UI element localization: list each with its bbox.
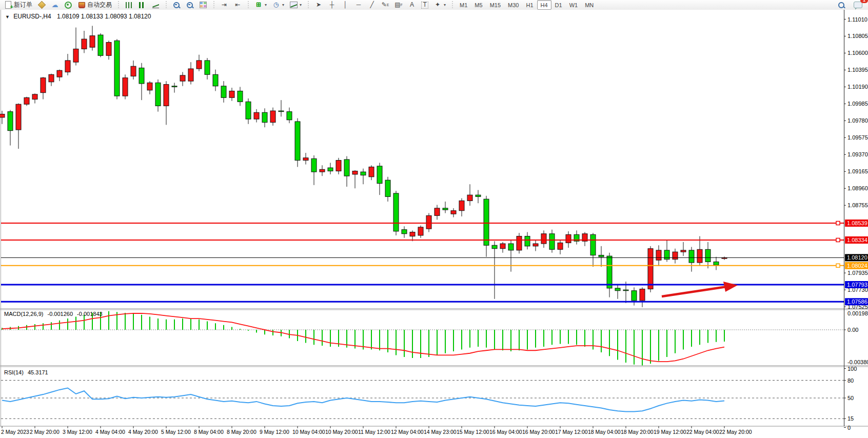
bull-candle — [369, 167, 374, 176]
market-watch-button[interactable]: ☁ — [48, 0, 62, 10]
time-tick-label: 16 May 04:00 — [489, 429, 522, 435]
toolbar-separator — [165, 1, 167, 9]
bull-candle — [16, 104, 21, 130]
bull-candle — [467, 195, 472, 201]
rsi-axis-label: 100 — [847, 366, 857, 372]
search-button[interactable] — [835, 0, 848, 10]
candlestick-chart-button[interactable] — [135, 0, 149, 10]
timeframe-button-m15[interactable]: M15 — [486, 0, 504, 10]
timeframe-button-m30[interactable]: M30 — [504, 0, 522, 10]
bull-candle — [558, 243, 563, 249]
auto-scroll-icon: ⇥ — [220, 1, 228, 9]
text-tool-button[interactable]: A — [405, 0, 419, 10]
bull-candle — [533, 244, 538, 246]
time-tick-label: 3 May 12:00 — [63, 429, 92, 435]
bull-candle — [270, 111, 275, 123]
search-icon — [837, 1, 845, 9]
bull-candle — [517, 236, 522, 250]
price-tick-label: 1.09575 — [847, 134, 868, 141]
navigator-button[interactable] — [62, 0, 75, 10]
bull-candle — [697, 249, 702, 263]
bear-candle — [623, 290, 628, 291]
fibonacci-tool-button[interactable]: ▤F — [392, 0, 405, 10]
bear-candle — [599, 255, 604, 257]
chart-shift-button[interactable]: ⇤ — [231, 0, 244, 10]
zoom-out-button[interactable] — [183, 0, 196, 10]
bar-chart-button[interactable] — [122, 0, 135, 10]
bear-candle — [632, 291, 637, 301]
equidistant-channel-tool-button[interactable]: ✎E — [379, 0, 392, 10]
main-toolbar: 新订单 ☁ 自动交易 — [0, 0, 868, 10]
bear-candle — [705, 249, 711, 262]
timeframe-button-d1[interactable]: D1 — [551, 0, 566, 10]
time-tick-label: 8 May 20:00 — [227, 429, 257, 435]
bear-candle — [590, 234, 596, 255]
bear-candle — [484, 199, 489, 245]
bear-candle — [139, 68, 144, 84]
bull-candle — [123, 78, 128, 96]
trading-platform-window: 新订单 ☁ 自动交易 — [0, 0, 868, 438]
price-tick-label: 1.10805 — [847, 33, 868, 39]
hline-handle[interactable] — [836, 222, 840, 225]
timeframe-button-h4[interactable]: H4 — [537, 0, 551, 10]
line-chart-button[interactable] — [149, 0, 162, 10]
zoom-in-button[interactable] — [170, 0, 183, 10]
text-label-icon: T — [421, 2, 428, 9]
bull-candle — [106, 43, 111, 56]
new-order-button[interactable]: 新订单 — [2, 0, 35, 10]
bull-candle — [164, 85, 169, 106]
time-tick-label: 2 May 20:00 — [30, 429, 60, 435]
bear-candle — [393, 193, 399, 231]
time-tick-label: 16 May 20:00 — [522, 429, 555, 435]
bear-candle — [549, 234, 555, 250]
timeframe-button-h1[interactable]: H1 — [522, 0, 537, 10]
cursor-tool-button[interactable]: ➤ — [312, 0, 325, 10]
bear-candle — [476, 195, 481, 196]
price-tick-label: 1.09780 — [847, 117, 868, 124]
bull-candle — [648, 249, 653, 289]
vertical-line-icon: │ — [341, 1, 349, 9]
price-tick-label: 1.11010 — [847, 16, 867, 23]
arrows-tool-button[interactable]: ✦▾ — [431, 0, 448, 10]
time-tick-label: 12 May 04:00 — [391, 429, 424, 435]
indicator-add-button[interactable]: ⊞▾ — [252, 0, 269, 10]
bear-candle — [246, 102, 251, 119]
macd-axis-max: 0.001982 — [847, 310, 868, 316]
crosshair-tool-button[interactable]: ┼ — [325, 0, 339, 10]
bear-candle — [213, 74, 218, 86]
hline-handle[interactable] — [836, 264, 840, 267]
hline-handle[interactable] — [836, 238, 840, 242]
timeframe-button-m5[interactable]: M5 — [471, 0, 486, 10]
bull-candle — [656, 250, 661, 260]
bear-candle — [385, 180, 390, 196]
autotrading-button[interactable]: 自动交易 — [75, 0, 114, 10]
timeframe-button-w1[interactable]: W1 — [566, 0, 582, 10]
bear-candle — [664, 250, 669, 260]
template-button[interactable]: ▾ — [287, 0, 304, 10]
timeframe-button-mn[interactable]: MN — [581, 0, 597, 10]
trendline-tool-button[interactable]: ╱ — [365, 0, 379, 10]
bull-candle — [196, 61, 202, 69]
bear-candle — [525, 236, 530, 246]
rsi-axis-label: 80 — [847, 377, 854, 384]
rsi-axis-label: 0 — [847, 425, 851, 431]
price-tick-label: 1.10190 — [847, 84, 868, 90]
new-chart-button[interactable] — [35, 0, 48, 10]
period-button[interactable]: ◷▾ — [269, 0, 287, 10]
time-tick-label: 8 May 04:00 — [194, 429, 224, 435]
chart-canvas[interactable]: 1.110101.108051.106001.103951.101901.099… — [0, 10, 868, 438]
bear-candle — [262, 112, 267, 122]
horizontal-line-tool-button[interactable]: ─ — [352, 0, 365, 10]
timeframe-button-m1[interactable]: M1 — [456, 0, 471, 10]
bull-candle — [303, 158, 308, 161]
bull-candle — [566, 234, 571, 243]
notifications-button[interactable]: 1 — [851, 0, 865, 10]
bull-candle — [254, 112, 259, 119]
bear-candle — [492, 245, 497, 248]
time-tick-label: 11 May 12:00 — [358, 429, 390, 435]
auto-scroll-button[interactable]: ⇥ — [218, 0, 231, 10]
price-badge-label: 1.07586 — [847, 298, 867, 305]
tile-windows-button[interactable] — [196, 0, 210, 10]
text-label-tool-button[interactable]: T — [419, 0, 431, 10]
vertical-line-tool-button[interactable]: │ — [339, 0, 352, 10]
